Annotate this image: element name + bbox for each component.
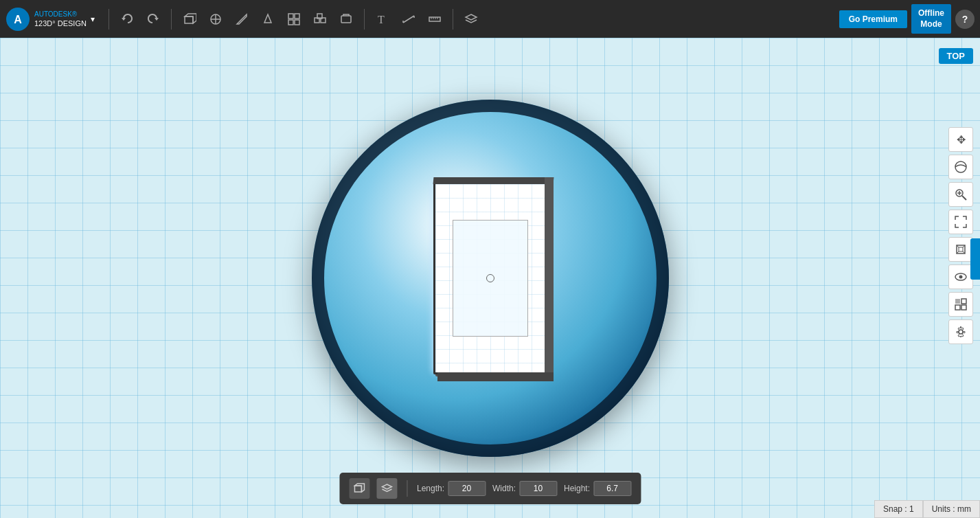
perspective-button[interactable] [948,237,973,262]
right-edge-tab[interactable] [970,238,980,280]
svg-rect-10 [295,20,299,25]
divider-3 [364,9,365,30]
view-label: TOP [939,48,974,64]
measure-button[interactable] [398,8,420,30]
svg-rect-8 [295,14,299,19]
pan-tool-button[interactable]: ✥ [948,127,973,152]
svg-rect-14 [341,16,351,23]
svg-rect-16 [429,17,440,21]
settings-tool-button[interactable] [948,319,973,344]
layers-icon-button[interactable] [376,478,397,499]
svg-marker-40 [354,484,364,492]
svg-rect-7 [288,14,293,19]
pattern-button[interactable] [309,8,331,30]
transform-button[interactable] [205,8,227,30]
units-status[interactable]: Units : mm [923,500,980,518]
visibility-button[interactable] [948,264,973,289]
layers-button[interactable] [460,8,482,30]
construct-button[interactable] [257,8,279,30]
length-field-group: Length: [417,481,486,496]
svg-rect-37 [961,305,966,310]
logo-dropdown-icon[interactable]: ▾ [91,14,95,24]
height-label: Height: [564,484,590,493]
height-field-group: Height: [564,481,631,496]
status-bar: Snap : 1 Units : mm [874,500,980,518]
svg-text:T: T [378,14,385,25]
help-button[interactable]: ? [955,10,975,29]
svg-point-33 [959,275,963,279]
dimension-bar: Length: Width: Height: [339,473,641,504]
box-icon-button[interactable] [349,478,369,499]
svg-line-23 [962,196,966,200]
svg-rect-27 [959,247,963,251]
width-input[interactable] [519,481,557,496]
dim-separator-1 [407,480,407,497]
svg-rect-39 [354,486,361,492]
sketch-button[interactable] [231,8,253,30]
offline-mode-button[interactable]: Offline Mode [911,4,951,34]
svg-text:A: A [14,14,22,25]
toolbar-right: Go Premium Offline Mode ? [839,4,975,34]
logo-area: A AUTODESK® 123D° DESIGN ▾ [5,7,95,32]
svg-rect-34 [955,299,960,304]
svg-marker-3 [185,14,196,23]
go-premium-button[interactable]: Go Premium [839,10,907,28]
height-input[interactable] [593,481,631,496]
svg-rect-36 [955,305,960,310]
divider-2 [171,9,172,30]
svg-rect-35 [961,299,966,304]
length-input[interactable] [448,481,486,496]
group-button[interactable] [335,8,357,30]
canvas-area[interactable] [0,38,980,518]
primitive-box-button[interactable] [179,8,201,30]
right-tools: ✥ [948,127,973,344]
display-mode-button[interactable] [948,292,973,317]
text-button[interactable]: T [372,8,394,30]
divider-4 [453,9,453,30]
undo-button[interactable] [116,8,138,30]
autodesk-logo-icon: A [5,7,30,32]
svg-point-21 [955,161,966,172]
redo-button[interactable] [142,8,164,30]
svg-rect-2 [185,16,193,23]
width-field-group: Width: [492,481,557,496]
zoom-tool-button[interactable] [948,182,973,207]
snap-status[interactable]: Snap : 1 [874,500,923,518]
logo-text: AUTODESK® 123D° DESIGN [34,10,87,28]
modify-button[interactable] [283,8,305,30]
svg-rect-9 [288,20,293,25]
ruler-button[interactable] [424,8,446,30]
divider-1 [109,9,109,30]
length-label: Length: [417,484,444,493]
orbit-tool-button[interactable] [948,155,973,179]
fit-view-button[interactable] [948,210,973,234]
toolbar: A AUTODESK® 123D° DESIGN ▾ T [0,0,980,38]
width-label: Width: [492,484,516,493]
